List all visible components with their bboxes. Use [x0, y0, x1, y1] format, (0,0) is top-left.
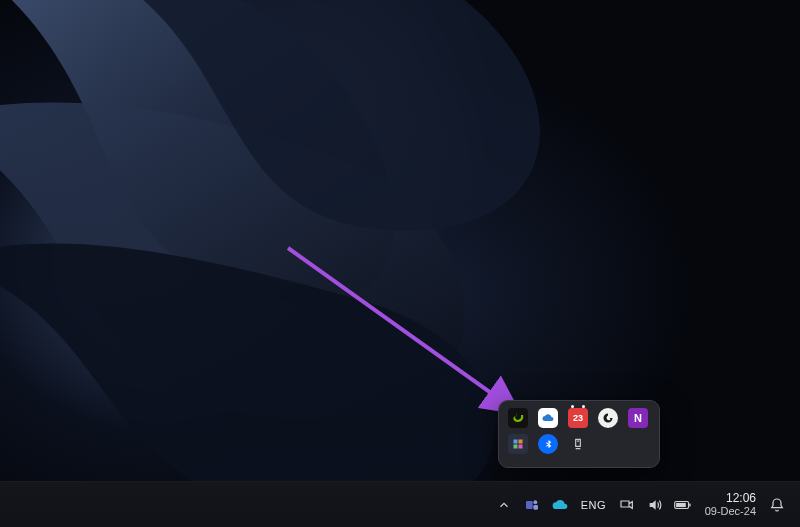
- calendar-day-badge: 23: [573, 413, 583, 423]
- svg-rect-7: [533, 505, 538, 510]
- tray-taskbar-item-teams[interactable]: [519, 489, 545, 521]
- svg-rect-9: [689, 503, 690, 506]
- desktop-wallpaper: [0, 0, 800, 527]
- volume-icon[interactable]: [642, 489, 668, 521]
- tray-item-safely-remove[interactable]: [568, 434, 588, 454]
- tray-item-bluetooth[interactable]: [538, 434, 558, 454]
- system-tray-overflow-flyout: 23 N: [498, 400, 660, 468]
- tray-item-onenote[interactable]: N: [628, 408, 648, 428]
- taskbar: ENG 12:06 09-Dec-24: [0, 481, 800, 527]
- tray-item-app-generic[interactable]: [508, 434, 528, 454]
- notifications-icon[interactable]: [764, 489, 790, 521]
- tray-item-cloud-app[interactable]: [538, 408, 558, 428]
- battery-icon[interactable]: [670, 489, 696, 521]
- clock-date: 09-Dec-24: [705, 505, 756, 517]
- tray-taskbar-item-onedrive[interactable]: [547, 489, 573, 521]
- svg-point-6: [533, 500, 537, 504]
- language-label: ENG: [581, 499, 606, 511]
- tray-overflow-chevron[interactable]: [491, 489, 517, 521]
- svg-rect-2: [519, 440, 523, 444]
- tray-item-calendar[interactable]: 23: [568, 408, 588, 428]
- svg-rect-1: [514, 440, 518, 444]
- system-tray: ENG 12:06 09-Dec-24: [491, 482, 796, 527]
- clock-time: 12:06: [726, 492, 756, 505]
- svg-rect-5: [526, 501, 533, 509]
- svg-rect-3: [514, 445, 518, 449]
- language-indicator[interactable]: ENG: [575, 489, 612, 521]
- onenote-letter: N: [634, 412, 642, 424]
- svg-rect-10: [676, 502, 686, 506]
- svg-rect-4: [519, 445, 523, 449]
- tray-item-nvidia[interactable]: [508, 408, 528, 428]
- clock[interactable]: 12:06 09-Dec-24: [698, 489, 762, 521]
- tray-item-logitech-g[interactable]: [598, 408, 618, 428]
- network-icon[interactable]: [614, 489, 640, 521]
